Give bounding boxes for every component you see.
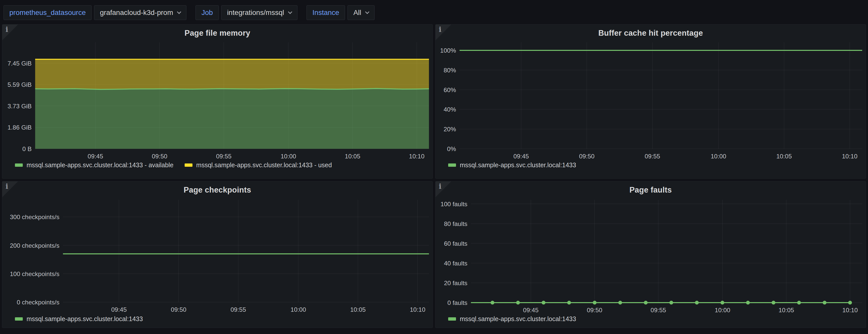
x-axis-tick-label: 09:45	[514, 153, 529, 160]
data-point-marker	[644, 301, 648, 305]
panel-buffer-cache-hit-percentage: 0%20%40%60%80%100%09:4509:5009:5510:0010…	[435, 24, 866, 179]
y-axis-tick-label: 80%	[444, 67, 456, 73]
x-axis-tick-label: 10:05	[778, 307, 794, 313]
y-axis-tick-label: 20%	[444, 126, 456, 132]
info-icon: i	[6, 26, 8, 33]
panel-legend: mssql.sample-apps.svc.cluster.local:1433	[15, 315, 143, 323]
legend-item[interactable]: mssql.sample-apps.svc.cluster.local:1433	[15, 315, 143, 323]
chevron-down-icon	[288, 10, 292, 14]
x-axis-tick-label: 10:00	[711, 153, 726, 160]
panel-page-checkpoints: 0 checkpoints/s100 checkpoints/s200 chec…	[2, 181, 433, 328]
y-axis-tick-label: 7.45 GiB	[8, 60, 32, 67]
chart-canvas[interactable]: 0 B1.86 GiB3.73 GiB5.59 GiB7.45 GiB09:45…	[2, 25, 432, 178]
x-axis-tick-label: 10:00	[290, 306, 306, 313]
panel-page-file-memory: 0 B1.86 GiB3.73 GiB5.59 GiB7.45 GiB09:45…	[2, 24, 433, 179]
y-axis-tick-label: 0 faults	[447, 299, 467, 306]
x-axis-tick-label: 09:45	[88, 153, 103, 160]
data-point-marker	[670, 301, 673, 305]
x-axis-tick-label: 10:05	[345, 153, 360, 160]
x-axis-tick-label: 09:50	[587, 307, 602, 313]
data-point-marker	[567, 301, 571, 305]
y-axis-tick-label: 0 checkpoints/s	[17, 299, 59, 306]
data-point-marker	[720, 301, 724, 305]
panel-title[interactable]: Buffer cache hit percentage	[436, 29, 866, 38]
y-axis-tick-label: 0%	[447, 146, 456, 152]
data-point-marker	[797, 301, 801, 305]
chart-canvas[interactable]: 0%20%40%60%80%100%09:4509:5009:5510:0010…	[436, 25, 866, 178]
legend-item[interactable]: mssql.sample-apps.svc.cluster.local:1433…	[185, 161, 332, 169]
variable-select-job[interactable]: integrations/mssql	[221, 5, 298, 20]
series-color-swatch	[185, 163, 192, 167]
x-axis-tick-label: 09:55	[650, 307, 666, 313]
legend-label: mssql.sample-apps.svc.cluster.local:1433…	[196, 161, 332, 169]
variable-label-text: Job	[201, 9, 213, 16]
variable-value-text: grafanacloud-k3d-prom	[100, 9, 173, 16]
variable-label-job: Job	[195, 5, 219, 20]
y-axis-tick-label: 0 B	[22, 146, 32, 152]
variable-label-text: prometheus_datasource	[9, 9, 86, 16]
y-axis-tick-label: 40 faults	[444, 260, 467, 267]
grafana-dashboard: prometheus_datasource grafanacloud-k3d-p…	[0, 0, 868, 334]
panel-info-corner[interactable]: i	[436, 181, 451, 197]
variable-group-job: Job integrations/mssql	[195, 5, 298, 20]
data-point-marker	[746, 301, 750, 305]
panel-title[interactable]: Page checkpoints	[2, 185, 432, 194]
x-axis-tick-label: 10:00	[715, 307, 730, 313]
variable-value-text: All	[353, 9, 361, 16]
legend-item[interactable]: mssql.sample-apps.svc.cluster.local:1433…	[15, 161, 174, 169]
chevron-down-icon	[365, 10, 370, 14]
x-axis-tick-label: 09:50	[579, 153, 594, 160]
panel-title[interactable]: Page file memory	[2, 29, 432, 38]
panel-info-corner[interactable]: i	[2, 25, 18, 40]
chart-canvas[interactable]: 0 checkpoints/s100 checkpoints/s200 chec…	[2, 181, 432, 328]
legend-item[interactable]: mssql.sample-apps.svc.cluster.local:1433	[448, 161, 576, 169]
series-area-1	[35, 59, 429, 89]
x-axis-tick-label: 09:45	[111, 306, 127, 313]
x-axis-tick-label: 10:10	[410, 306, 425, 313]
info-icon: i	[6, 182, 8, 190]
variable-label-text: Instance	[312, 9, 339, 16]
x-axis-tick-label: 09:55	[216, 153, 231, 160]
panel-title[interactable]: Page faults	[436, 185, 866, 194]
series-color-swatch	[448, 163, 456, 167]
panel-grid: 0 B1.86 GiB3.73 GiB5.59 GiB7.45 GiB09:45…	[2, 24, 866, 328]
y-axis-tick-label: 5.59 GiB	[8, 81, 32, 88]
x-axis-tick-label: 09:45	[523, 307, 538, 313]
legend-item[interactable]: mssql.sample-apps.svc.cluster.local:1433	[448, 315, 576, 323]
legend-label: mssql.sample-apps.svc.cluster.local:1433	[27, 315, 143, 323]
x-axis-tick-label: 10:10	[842, 307, 858, 313]
x-axis-tick-label: 09:55	[230, 306, 246, 313]
variable-select-instance[interactable]: All	[347, 5, 375, 20]
y-axis-tick-label: 40%	[444, 106, 456, 113]
panel-legend: mssql.sample-apps.svc.cluster.local:1433	[448, 161, 576, 169]
x-axis-tick-label: 10:10	[409, 153, 424, 160]
variable-label-datasource: prometheus_datasource	[4, 5, 92, 20]
data-point-marker	[695, 301, 699, 305]
data-point-marker	[823, 301, 827, 305]
x-axis-tick-label: 10:05	[776, 153, 792, 160]
series-color-swatch	[448, 317, 456, 321]
chevron-down-icon	[177, 10, 181, 14]
data-point-marker	[848, 301, 852, 305]
series-area-0	[35, 89, 429, 149]
dashboard-toolbar: prometheus_datasource grafanacloud-k3d-p…	[2, 2, 866, 24]
x-axis-tick-label: 09:50	[171, 306, 186, 313]
data-point-marker	[491, 301, 494, 305]
data-point-marker	[593, 301, 597, 305]
panel-info-corner[interactable]: i	[2, 181, 18, 197]
panel-legend: mssql.sample-apps.svc.cluster.local:1433	[448, 315, 576, 323]
variable-group-instance: Instance All	[307, 5, 375, 20]
chart-canvas[interactable]: 0 faults20 faults40 faults60 faults80 fa…	[436, 181, 866, 328]
x-axis-tick-label: 10:05	[350, 306, 366, 313]
y-axis-tick-label: 1.86 GiB	[8, 124, 32, 131]
data-point-marker	[772, 301, 775, 305]
y-axis-tick-label: 100%	[440, 47, 456, 54]
variable-select-datasource[interactable]: grafanacloud-k3d-prom	[94, 5, 187, 20]
y-axis-tick-label: 60 faults	[444, 240, 467, 247]
panel-info-corner[interactable]: i	[436, 25, 451, 40]
x-axis-tick-label: 10:00	[280, 153, 296, 160]
panel-legend: mssql.sample-apps.svc.cluster.local:1433…	[15, 161, 332, 169]
y-axis-tick-label: 200 checkpoints/s	[10, 242, 59, 249]
info-icon: i	[439, 26, 441, 33]
info-icon: i	[439, 182, 441, 190]
